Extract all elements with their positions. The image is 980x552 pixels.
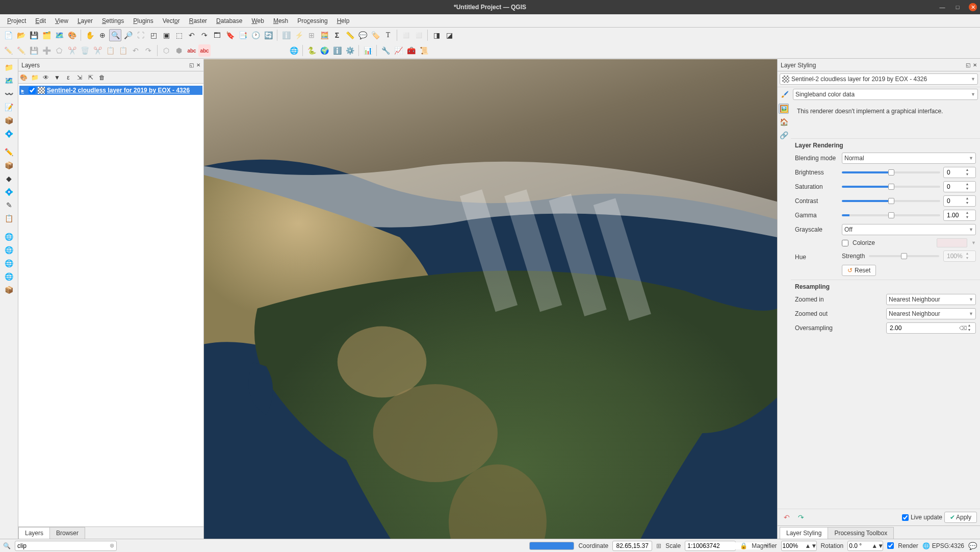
add-xyz-button[interactable]: 📦 [3,284,15,296]
processing-results-button[interactable]: 📈 [392,44,404,57]
processing-toolbox-button[interactable]: 🧰 [405,44,417,57]
expand-icon[interactable]: ⇲ [75,73,84,82]
transparency-tab-icon[interactable]: 🏠 [779,117,789,127]
gamma-spinbox[interactable]: ▲▼ [943,210,976,221]
add-mesh-button[interactable]: 〰️ [3,88,15,100]
zoom-in-button[interactable]: 🔍 [109,29,121,41]
brightness-slider[interactable] [842,171,940,173]
styling-undock-button[interactable]: ◱ [965,62,971,68]
add-spatialite-button[interactable]: 💠 [3,128,15,140]
new-bookmark-button[interactable]: 🔖 [224,29,236,41]
menu-web[interactable]: Web [247,16,268,26]
tab-processing-toolbox[interactable]: Processing Toolbox [828,527,894,539]
menu-settings[interactable]: Settings [98,16,128,26]
menu-layer[interactable]: Layer [73,16,97,26]
menu-raster[interactable]: Raster [185,16,211,26]
close-button[interactable]: ✕ [969,3,977,11]
blending-mode-combo[interactable]: Normal▼ [842,153,976,164]
new-scratch-button[interactable]: 📋 [3,212,15,224]
select-location-button[interactable]: ◪ [443,29,455,41]
magnifier-spinbox[interactable]: ▲▼ [781,541,817,551]
gamma-slider[interactable] [842,214,940,216]
layer-visibility-checkbox[interactable] [29,87,36,94]
tab-browser[interactable]: Browser [49,527,85,539]
metasearch-button[interactable]: 🌍 [318,44,330,57]
add-vector-button[interactable]: 📁 [3,61,15,73]
tab-layers[interactable]: Layers [18,527,50,539]
zoomed-out-combo[interactable]: Nearest Neighbour▼ [886,308,976,319]
zoom-next-button[interactable]: ↷ [198,29,211,41]
layout-manager-button[interactable]: 🗺️ [53,29,65,41]
add-delimited-button[interactable]: 📝 [3,101,15,113]
histogram-tab-icon[interactable]: 🔗 [779,130,789,140]
menu-help[interactable]: Help [333,16,354,26]
extents-toggle-icon[interactable]: ⊞ [656,542,661,549]
statistics-button[interactable]: Σ [331,29,343,41]
python-console-button[interactable]: 🐍 [305,44,318,57]
contrast-slider[interactable] [842,200,940,202]
scale-lock-icon[interactable]: 🔒 [740,542,747,549]
zoom-full-button[interactable]: ⛶ [135,29,147,41]
annotations-button[interactable]: 🏷️ [369,29,381,41]
menu-view[interactable]: View [51,16,72,26]
render-checkbox[interactable] [887,542,894,549]
processing-model-button[interactable]: 🔧 [379,44,392,57]
deselect-button[interactable]: ◻️ [412,29,425,41]
style-icon[interactable]: 🎨 [19,73,28,82]
save-as-button[interactable]: 🗂️ [40,29,53,41]
select-button[interactable]: ◻️ [400,29,412,41]
rotation-spinbox[interactable]: ▲▼ [847,541,883,551]
maptips-button[interactable]: 💬 [356,29,369,41]
expression-icon[interactable]: ε [64,73,72,82]
layer-expand-icon[interactable]: ▸ [21,88,27,93]
remove-layer-icon[interactable]: 🗑 [98,73,106,82]
layer-tree[interactable]: ▸ Sentinel-2 cloudless layer for 2019 by… [18,84,203,526]
identify-features-button[interactable]: ℹ️ [331,44,343,57]
scale-combo[interactable]: ▼ [685,541,736,551]
add-wcs-button[interactable]: 🌐 [3,244,15,256]
label-abc-icon[interactable]: abc [186,44,198,57]
bookmarks-button[interactable]: 📑 [237,29,249,41]
processing-history-button[interactable]: 📜 [418,44,430,57]
locator-search-input[interactable]: ⊗ [15,541,117,551]
action-button[interactable]: ⚡ [293,29,305,41]
filter-icon[interactable]: ▼ [53,73,61,82]
zoom-layer-button[interactable]: ▣ [160,29,172,41]
add-raster-button[interactable]: 🗺️ [3,74,15,87]
saturation-spinbox[interactable]: ▲▼ [943,181,976,192]
panel-undock-button[interactable]: ◱ [188,62,194,68]
new-vector-button[interactable]: ✏️ [3,146,15,158]
zoom-out-button[interactable]: 🔎 [122,29,134,41]
georeferencer-button[interactable]: 📊 [362,44,374,57]
plugin-button[interactable]: ⚙️ [344,44,356,57]
add-gpkg-button[interactable]: 📦 [3,114,15,127]
reset-button[interactable]: ↺Reset [842,265,876,276]
brightness-spinbox[interactable]: ▲▼ [943,167,976,178]
add-wms-button[interactable]: 🌐 [3,231,15,243]
add-group-icon[interactable]: 📁 [31,73,39,82]
menu-vector[interactable]: Vector [159,16,184,26]
layer-item[interactable]: ▸ Sentinel-2 cloudless layer for 2019 by… [19,86,202,95]
text-annotation-button[interactable]: T [382,29,394,41]
style-manager-button[interactable]: 🎨 [66,29,78,41]
contrast-spinbox[interactable]: ▲▼ [943,195,976,207]
identify-button[interactable]: ℹ️ [280,29,292,41]
colorize-checkbox[interactable] [842,240,848,246]
oversampling-spinbox[interactable]: ⌫ ▲▼ [886,322,976,334]
zoomed-in-combo[interactable]: Nearest Neighbour▼ [886,294,976,305]
open-project-button[interactable]: 📂 [15,29,27,41]
field-calc-button[interactable]: 🧮 [318,29,330,41]
menu-edit[interactable]: Edit [31,16,50,26]
minimize-button[interactable]: — [938,3,946,11]
menu-database[interactable]: Database [212,16,246,26]
new-gpkg-button[interactable]: 📦 [3,159,15,171]
crs-button[interactable]: 🌐EPSG:4326 [922,542,964,549]
label-abc2-icon[interactable]: abc [198,44,211,57]
temporal-button[interactable]: 🕐 [249,29,262,41]
panel-close-button[interactable]: ✕ [195,62,201,68]
styling-close-button[interactable]: ✕ [972,62,978,68]
new-virtual-button[interactable]: ✎ [3,199,15,211]
refresh-button[interactable]: 🔄 [262,29,274,41]
messages-button[interactable]: 💬 [968,542,977,550]
qms-search-button[interactable]: 🌐 [288,44,300,57]
